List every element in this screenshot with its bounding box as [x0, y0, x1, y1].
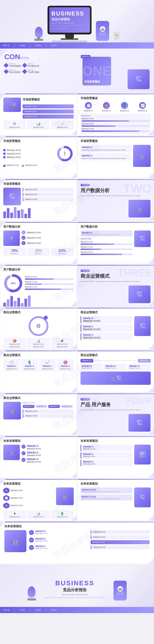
step-3: 03 预输标题文本 预输标题文本内容 — [22, 458, 74, 463]
cover-bottom-4: 竞品分析 — [51, 44, 57, 46]
contents-label-3: 商业运营模式 — [9, 71, 21, 74]
step-num-2: 02 — [22, 451, 25, 455]
slide-biz-2: 商业运营模式 🕐 预输标题文本 预输标题文本内容 💲 预输标题文本 预输标题文本… — [0, 350, 154, 392]
diamond-icon-1 — [4, 63, 9, 68]
cover-subtitle-en: 商务汇报·行业报告·分析报告·竞品分析 — [52, 22, 74, 24]
contents-label-2: 用户数据分析 — [27, 65, 39, 68]
cover-bottom-1: 商务汇报 — [3, 44, 9, 46]
slide-future-3: 未来发展规划 🤖 01 预输标题文本 预输标题文本内容 02 预输标题文本 预输… — [0, 522, 154, 564]
future-left-2: 未来发展规划 ★ 预输标题文本内容 📈 预输标题文本内容 ⚙ 预输标题文本内容 … — [0, 479, 77, 521]
future-step-3: 03 预输标题文本 预输标题文本内容 — [29, 545, 88, 550]
market-left-1: 🏭 市场背景概述 预输标题文本内容 预输标题文本内容 预输标题文本内容 ⚙ 预输… — [0, 94, 77, 135]
biz-card-3: ⚙ 预输标题文本内容 预输标题文本内容 — [51, 338, 74, 349]
back-bottom-2: 行业报告 — [19, 609, 25, 611]
gear-icon: ⚙ — [22, 241, 25, 245]
market-title-r1: 市场背景概述 — [80, 96, 151, 100]
diamond-item-3: 预输标题文本内容 — [3, 156, 54, 158]
item-card-2: 📊 预输标题文本内容 — [27, 120, 50, 130]
cover-date: 2021.11 — [62, 28, 67, 30]
diamond-icon — [3, 152, 6, 155]
contents-label-1: 市场背景概述 — [9, 65, 21, 68]
item-card-text-3: 预输标题文本内容 — [57, 126, 68, 128]
slide-contents: CON tents PART 01 市场背景概述 PART 02 用户数据分析 — [0, 50, 154, 92]
diamond-icon-2 — [22, 63, 27, 68]
slide-biz-3: 商业运营模式 🤖 福利标注公文内容 预输标题文本 预输标题文本 预输标题文本 预… — [0, 393, 154, 435]
progress-label-2: 预输标题文本内容 — [82, 123, 150, 125]
future-title-l1: 未来发展规划 — [3, 439, 74, 443]
market-title-l3: 市场背景概述 — [3, 182, 74, 186]
diamond-item-2: 预输标题文本内容 — [3, 152, 54, 155]
contents-item-4: PART 04 产品用户服务 — [23, 69, 40, 74]
future-step-2: 02 预输标题文本 预输标题文本内容 — [29, 538, 88, 542]
market-left-2: 市场背景概述 预输标题文本内容 预输标题文本内容 预输标题文本内容 — [0, 136, 77, 178]
hero-cn: 市场背景概述 — [84, 80, 100, 84]
slide-back-cover: BUSINESS 竞品分析报告 商务汇报·行业报告·分析报告·竞品分析 Add … — [0, 564, 154, 613]
diamond-item-1: 预输标题文本内容 — [3, 149, 54, 152]
section-biz: PART 03 商业运营模式 Add your text content, ad… — [77, 265, 154, 307]
back-bottom-4: 竞品分析 — [51, 609, 57, 611]
future-step-num-1: 01 — [29, 530, 34, 535]
progress-label-1: 预输标题文本内容 — [82, 118, 150, 120]
market-left-3: 市场背景概述 🏗 预输标题文本内容 预输标题文本内容 预输标题文本内容 — [0, 179, 77, 221]
future-card-3: 💲 预输标题文本内容 — [51, 510, 74, 519]
back-title-cn: 竞品分析报告 — [45, 587, 105, 592]
cover-author: 主讲：张小明 — [52, 28, 59, 30]
future-card-1: ✈ 预输标题文本内容 — [3, 510, 26, 519]
future-title-l2: 未来发展规划 — [3, 482, 74, 486]
biz-right-1: 商业运营模式 预输标题文本 预输标题文本内容 预输标题文本 预输标题文本内容 预… — [77, 308, 154, 350]
slide-market-1: 🏭 市场背景概述 预输标题文本内容 预输标题文本内容 预输标题文本内容 ⚙ 预输… — [0, 94, 154, 135]
circle-item-1: 🕐 预输标题文本 — [84, 102, 93, 112]
section-product: PART 04 产品 用户服务 Add your text content, a… — [77, 393, 154, 435]
back-bottom-1: 商务汇报 — [3, 609, 9, 611]
chart-icon: 📊 — [36, 122, 41, 126]
user-info-1: ✈ 预输标题文本内容 — [22, 230, 74, 234]
contents-title-sub: tents — [20, 56, 29, 60]
circle-item-2: 🎯 预输标题文本 — [102, 102, 111, 112]
slide-user-1: 用户数据分析 ✈ ✈ 预输标题文本内容 🤖 预输标题文本内容 ⚙ 预输标题文本内… — [0, 222, 154, 264]
biz-card-1: 🎯 预输标题文本内容 预输标题文本内容 — [3, 338, 26, 349]
hex-icon-3: ⚙ — [3, 502, 9, 509]
dollar-icon: 💲 — [121, 102, 128, 109]
hero-part-badge: PART 01 — [81, 55, 90, 58]
circle-item-3: 💲 预输标题文本 — [120, 102, 129, 112]
contents-part-2: PART 02 — [27, 63, 39, 65]
future-title-wide: 未来发展规划 — [4, 524, 150, 528]
slide-cover: BUSINESS 竞品分析报告 商务汇报·行业报告·分析报告·竞品分析 Add … — [0, 0, 154, 48]
placeholder-label: 预输标题文本 — [82, 115, 150, 117]
future-right-2: 未来发展规划 福利标注公文内容 Add your text content ad… — [77, 479, 154, 521]
item-card-text-2: 预输标题文本内容 — [33, 126, 44, 128]
biz-title-r1: 商业运营模式 — [80, 310, 151, 314]
cover-bottom-2: 行业报告 — [19, 44, 25, 46]
contents-label-4: 产品用户服务 — [27, 71, 39, 74]
biz-item-3: 📈 预输标题文本 预输标题文本内容 — [39, 359, 56, 371]
section-en-biz: THREE — [118, 267, 152, 278]
section-user: PART 02 用户数据分析 Add your text content, ad… — [77, 179, 154, 221]
slide-market-2: 市场背景概述 预输标题文本内容 预输标题文本内容 预输标题文本内容 — [0, 136, 154, 178]
future-step-num-2: 02 — [29, 538, 34, 542]
section-desc-product: Add your text content, add your text con… — [80, 409, 151, 411]
step-2: 02 预输标题文本 预输标题文本内容 — [22, 451, 74, 456]
contents-part-1: PART 01 — [9, 63, 21, 65]
back-bottom-3: 分析报告 — [35, 609, 41, 611]
section-en-user: TWO — [123, 182, 152, 196]
contents-part-3: PART 03 — [9, 69, 21, 71]
biz-title-l3: 商业运营模式 — [3, 396, 74, 400]
contents-part-4: PART 04 — [27, 69, 39, 71]
biz-right-2: 商业运营模式 预输标题文本 预输标题文本 预输标题文本 预输标题文本内容 预输标… — [77, 350, 154, 392]
user-right-1: 用户数据分析 预输标题文本 Add your text content add … — [77, 222, 154, 264]
biz-title-r2: 商业运营模式 — [80, 353, 151, 357]
slide-market-3: 市场背景概述 🏗 预输标题文本内容 预输标题文本内容 预输标题文本内容 — [0, 179, 154, 221]
cover-subtitle-cn: 竞品分析报告 — [52, 18, 70, 22]
item-card-text-1: 预输标题文本内容 — [9, 126, 20, 128]
user-left-1: 用户数据分析 ✈ ✈ 预输标题文本内容 🤖 预输标题文本内容 ⚙ 预输标题文本内… — [0, 222, 77, 264]
check-icon: ✓ — [61, 122, 64, 126]
user-title-r1: 用户数据分析 — [80, 225, 151, 229]
biz-title-l2: 商业运营模式 — [3, 353, 74, 357]
circle-item-4: 📈 预输标题文本 — [138, 102, 147, 112]
hex-icon-1: ★ — [3, 488, 9, 494]
diamond-icon-4 — [22, 69, 27, 74]
user-title-l2: 用户数据分析 — [3, 268, 74, 272]
biz-item-2: 💲 预输标题文本 预输标题文本内容 — [21, 359, 38, 371]
biz-title-l1: 商业运营模式 — [3, 310, 74, 314]
diamond-icon — [3, 148, 6, 152]
